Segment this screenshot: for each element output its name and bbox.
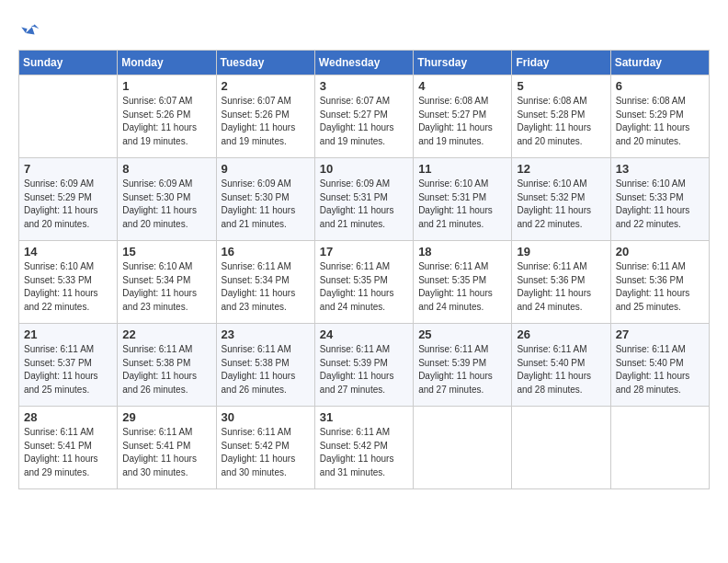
day-info: Sunrise: 6:11 AM Sunset: 5:39 PM Dayligh… <box>418 343 506 396</box>
day-number: 12 <box>517 162 605 176</box>
daylight-text: Daylight: 11 hours and 21 minutes. <box>222 205 296 229</box>
day-number: 3 <box>320 79 408 93</box>
daylight-text: Daylight: 11 hours and 29 minutes. <box>24 454 98 477</box>
day-number: 23 <box>222 327 310 341</box>
daylight-text: Daylight: 11 hours and 19 minutes. <box>122 122 197 146</box>
daylight-text: Daylight: 11 hours and 24 minutes. <box>320 288 394 312</box>
sunrise-text: Sunrise: 6:11 AM <box>122 344 192 354</box>
calendar-day-cell: 19 Sunrise: 6:11 AM Sunset: 5:36 PM Dayl… <box>512 241 610 324</box>
daylight-text: Daylight: 11 hours and 24 minutes. <box>517 288 591 312</box>
day-info: Sunrise: 6:11 AM Sunset: 5:40 PM Dayligh… <box>517 343 605 396</box>
calendar-day-cell: 25 Sunrise: 6:11 AM Sunset: 5:39 PM Dayl… <box>414 324 512 407</box>
calendar-day-cell: 11 Sunrise: 6:10 AM Sunset: 5:31 PM Dayl… <box>414 158 512 241</box>
sunset-text: Sunset: 5:36 PM <box>616 275 684 285</box>
sunrise-text: Sunrise: 6:08 AM <box>418 96 488 106</box>
daylight-text: Daylight: 11 hours and 31 minutes. <box>320 454 394 477</box>
day-info: Sunrise: 6:09 AM Sunset: 5:29 PM Dayligh… <box>24 178 112 231</box>
daylight-text: Daylight: 11 hours and 26 minutes. <box>222 371 296 395</box>
sunrise-text: Sunrise: 6:08 AM <box>517 96 586 106</box>
day-info: Sunrise: 6:10 AM Sunset: 5:31 PM Dayligh… <box>418 178 506 231</box>
day-info: Sunrise: 6:09 AM Sunset: 5:30 PM Dayligh… <box>222 178 310 231</box>
sunset-text: Sunset: 5:30 PM <box>122 192 190 202</box>
day-number: 7 <box>24 162 112 176</box>
sunset-text: Sunset: 5:38 PM <box>222 358 290 368</box>
day-info: Sunrise: 6:08 AM Sunset: 5:29 PM Dayligh… <box>616 95 704 148</box>
calendar-table: SundayMondayTuesdayWednesdayThursdayFrid… <box>18 50 710 489</box>
daylight-text: Daylight: 11 hours and 28 minutes. <box>616 371 690 395</box>
day-info: Sunrise: 6:11 AM Sunset: 5:40 PM Dayligh… <box>616 343 704 396</box>
calendar-day-cell: 27 Sunrise: 6:11 AM Sunset: 5:40 PM Dayl… <box>610 324 709 407</box>
day-info: Sunrise: 6:07 AM Sunset: 5:27 PM Dayligh… <box>320 95 408 148</box>
daylight-text: Daylight: 11 hours and 19 minutes. <box>222 122 296 146</box>
calendar-day-cell: 28 Sunrise: 6:11 AM Sunset: 5:41 PM Dayl… <box>19 407 118 489</box>
daylight-text: Daylight: 11 hours and 19 minutes. <box>320 122 394 146</box>
day-number: 6 <box>616 79 704 93</box>
calendar-day-cell <box>610 407 709 489</box>
sunrise-text: Sunrise: 6:11 AM <box>320 344 390 354</box>
daylight-text: Daylight: 11 hours and 20 minutes. <box>616 122 690 146</box>
calendar-day-cell: 7 Sunrise: 6:09 AM Sunset: 5:29 PM Dayli… <box>19 158 118 241</box>
sunset-text: Sunset: 5:29 PM <box>616 109 684 120</box>
day-number: 10 <box>320 162 408 176</box>
daylight-text: Daylight: 11 hours and 21 minutes. <box>320 205 394 229</box>
sunset-text: Sunset: 5:39 PM <box>320 358 388 368</box>
sunset-text: Sunset: 5:41 PM <box>122 441 190 451</box>
day-info: Sunrise: 6:11 AM Sunset: 5:34 PM Dayligh… <box>222 260 310 314</box>
sunrise-text: Sunrise: 6:10 AM <box>418 178 488 189</box>
day-info: Sunrise: 6:08 AM Sunset: 5:27 PM Dayligh… <box>418 95 506 148</box>
day-number: 9 <box>222 162 310 176</box>
sunrise-text: Sunrise: 6:10 AM <box>517 178 586 189</box>
sunrise-text: Sunrise: 6:11 AM <box>222 261 291 271</box>
calendar-day-cell <box>512 407 610 489</box>
sunrise-text: Sunrise: 6:11 AM <box>24 427 94 437</box>
day-number: 1 <box>122 79 210 93</box>
day-info: Sunrise: 6:08 AM Sunset: 5:28 PM Dayligh… <box>517 95 605 148</box>
sunrise-text: Sunrise: 6:11 AM <box>320 427 390 437</box>
daylight-text: Daylight: 11 hours and 22 minutes. <box>616 205 690 229</box>
day-number: 15 <box>122 245 210 259</box>
sunset-text: Sunset: 5:37 PM <box>24 358 92 368</box>
sunrise-text: Sunrise: 6:10 AM <box>24 261 94 271</box>
calendar-day-cell: 20 Sunrise: 6:11 AM Sunset: 5:36 PM Dayl… <box>610 241 709 324</box>
sunrise-text: Sunrise: 6:11 AM <box>418 344 488 354</box>
day-info: Sunrise: 6:11 AM Sunset: 5:41 PM Dayligh… <box>24 426 112 479</box>
sunset-text: Sunset: 5:32 PM <box>517 192 585 202</box>
day-info: Sunrise: 6:11 AM Sunset: 5:38 PM Dayligh… <box>222 343 310 396</box>
calendar-week-row: 21 Sunrise: 6:11 AM Sunset: 5:37 PM Dayl… <box>19 324 710 407</box>
calendar-day-cell: 14 Sunrise: 6:10 AM Sunset: 5:33 PM Dayl… <box>19 241 118 324</box>
sunrise-text: Sunrise: 6:09 AM <box>24 178 94 189</box>
calendar-day-cell: 12 Sunrise: 6:10 AM Sunset: 5:32 PM Dayl… <box>512 158 610 241</box>
sunrise-text: Sunrise: 6:08 AM <box>616 96 686 106</box>
calendar-day-cell: 4 Sunrise: 6:08 AM Sunset: 5:27 PM Dayli… <box>414 75 512 158</box>
calendar-day-cell: 23 Sunrise: 6:11 AM Sunset: 5:38 PM Dayl… <box>216 324 314 407</box>
sunset-text: Sunset: 5:27 PM <box>418 109 486 120</box>
day-number: 4 <box>418 79 506 93</box>
daylight-text: Daylight: 11 hours and 30 minutes. <box>222 454 296 477</box>
sunrise-text: Sunrise: 6:11 AM <box>122 427 192 437</box>
calendar-day-header: Saturday <box>610 51 709 75</box>
calendar-day-cell: 8 Sunrise: 6:09 AM Sunset: 5:30 PM Dayli… <box>118 158 216 241</box>
calendar-day-cell: 24 Sunrise: 6:11 AM Sunset: 5:39 PM Dayl… <box>314 324 413 407</box>
sunset-text: Sunset: 5:29 PM <box>24 192 92 202</box>
day-number: 29 <box>122 410 210 424</box>
day-number: 31 <box>320 410 408 424</box>
sunset-text: Sunset: 5:31 PM <box>418 192 486 202</box>
sunrise-text: Sunrise: 6:11 AM <box>616 261 686 271</box>
calendar-day-header: Tuesday <box>216 51 314 75</box>
sunset-text: Sunset: 5:36 PM <box>517 275 585 285</box>
daylight-text: Daylight: 11 hours and 28 minutes. <box>517 371 591 395</box>
sunrise-text: Sunrise: 6:11 AM <box>517 344 586 354</box>
day-info: Sunrise: 6:09 AM Sunset: 5:31 PM Dayligh… <box>320 178 408 231</box>
daylight-text: Daylight: 11 hours and 25 minutes. <box>24 371 98 395</box>
sunset-text: Sunset: 5:35 PM <box>320 275 388 285</box>
day-info: Sunrise: 6:11 AM Sunset: 5:36 PM Dayligh… <box>517 260 605 314</box>
calendar-day-cell: 22 Sunrise: 6:11 AM Sunset: 5:38 PM Dayl… <box>118 324 216 407</box>
sunrise-text: Sunrise: 6:11 AM <box>320 261 390 271</box>
day-info: Sunrise: 6:10 AM Sunset: 5:33 PM Dayligh… <box>616 178 704 231</box>
day-number: 20 <box>616 245 704 259</box>
day-info: Sunrise: 6:11 AM Sunset: 5:35 PM Dayligh… <box>418 260 506 314</box>
sunset-text: Sunset: 5:31 PM <box>320 192 388 202</box>
sunset-text: Sunset: 5:28 PM <box>517 109 585 120</box>
day-info: Sunrise: 6:10 AM Sunset: 5:34 PM Dayligh… <box>122 260 210 314</box>
calendar-day-cell: 26 Sunrise: 6:11 AM Sunset: 5:40 PM Dayl… <box>512 324 610 407</box>
